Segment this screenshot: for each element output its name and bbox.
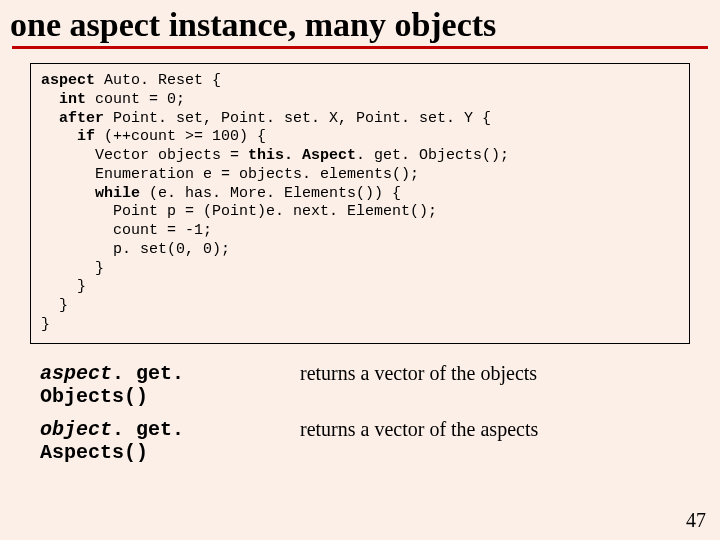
method-receiver: object xyxy=(40,418,112,441)
slide-title: one aspect instance, many objects xyxy=(0,0,720,44)
code-text: } xyxy=(41,316,50,333)
code-text: count = 0; xyxy=(86,91,185,108)
code-text: . get. Objects(); xyxy=(356,147,509,164)
code-text: Point. set, Point. set. X, Point. set. Y… xyxy=(104,110,491,127)
kw-this-aspect: this. Aspect xyxy=(248,147,356,164)
methods-list: aspect. get. Objects() returns a vector … xyxy=(40,362,680,464)
method-row: aspect. get. Objects() returns a vector … xyxy=(40,362,680,408)
method-desc: returns a vector of the objects xyxy=(300,362,537,408)
method-desc: returns a vector of the aspects xyxy=(300,418,538,464)
kw-int: int xyxy=(59,91,86,108)
code-text: (++count >= 100) { xyxy=(95,128,266,145)
code-text: count = -1; xyxy=(113,222,212,239)
code-text: p. set(0, 0); xyxy=(113,241,230,258)
method-row: object. get. Aspects() returns a vector … xyxy=(40,418,680,464)
title-underline xyxy=(12,46,708,49)
page-number: 47 xyxy=(686,509,706,532)
kw-while: while xyxy=(95,185,140,202)
code-block: aspect Auto. Reset { int count = 0; afte… xyxy=(30,63,690,344)
code-text: Vector objects = xyxy=(95,147,248,164)
code-text: Auto. Reset { xyxy=(95,72,221,89)
code-text: } xyxy=(95,260,104,277)
kw-aspect: aspect xyxy=(41,72,95,89)
method-receiver: aspect xyxy=(40,362,112,385)
code-text: } xyxy=(77,278,86,295)
code-text: Enumeration e = objects. elements(); xyxy=(95,166,419,183)
code-text: } xyxy=(59,297,68,314)
kw-after: after xyxy=(59,110,104,127)
code-text: (e. has. More. Elements()) { xyxy=(140,185,401,202)
code-text: Point p = (Point)e. next. Element(); xyxy=(113,203,437,220)
method-call: object. get. Aspects() xyxy=(40,418,300,464)
method-call: aspect. get. Objects() xyxy=(40,362,300,408)
kw-if: if xyxy=(77,128,95,145)
